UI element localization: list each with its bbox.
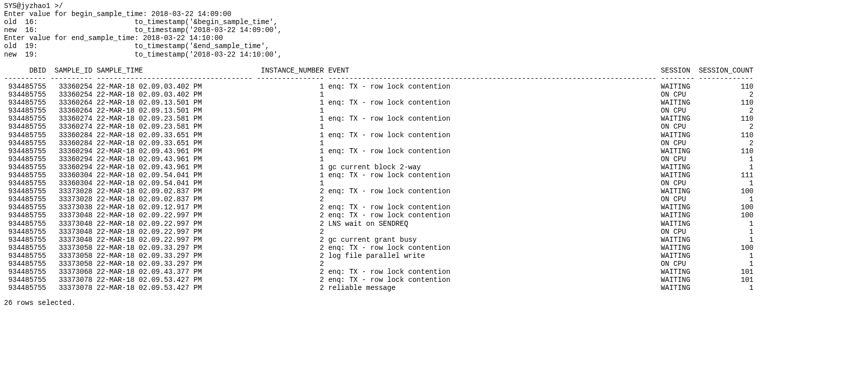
table-row: 934485755 33373078 22-MAR-18 02.09.53.42… [4, 276, 864, 284]
table-row: 934485755 33373058 22-MAR-18 02.09.33.29… [4, 260, 864, 268]
table-body: 934485755 33360254 22-MAR-18 02.09.03.40… [4, 83, 864, 292]
table-row: 934485755 33373048 22-MAR-18 02.09.22.99… [4, 220, 864, 228]
table-row: 934485755 33360264 22-MAR-18 02.09.13.50… [4, 107, 864, 115]
prompt-line [4, 59, 864, 67]
table-row: 934485755 33373058 22-MAR-18 02.09.33.29… [4, 244, 864, 252]
table-row: 934485755 33373028 22-MAR-18 02.09.02.83… [4, 187, 864, 195]
table-row: 934485755 33373078 22-MAR-18 02.09.53.42… [4, 284, 864, 292]
prompt-line: new 16: to_timestamp('2018-03-22 14:09:0… [4, 26, 864, 34]
table-row: 934485755 33360254 22-MAR-18 02.09.03.40… [4, 91, 864, 99]
table-row: 934485755 33373048 22-MAR-18 02.09.22.99… [4, 236, 864, 244]
table-header-separator: ---------- ---------- ------------------… [4, 75, 864, 83]
table-row: 934485755 33360294 22-MAR-18 02.09.43.96… [4, 163, 864, 171]
table-row: 934485755 33360254 22-MAR-18 02.09.03.40… [4, 83, 864, 91]
table-row: 934485755 33360264 22-MAR-18 02.09.13.50… [4, 99, 864, 107]
table-row: 934485755 33360284 22-MAR-18 02.09.33.65… [4, 131, 864, 139]
table-row: 934485755 33373048 22-MAR-18 02.09.22.99… [4, 211, 864, 219]
prompt-line: old 16: to_timestamp('&begin_sample_time… [4, 18, 864, 26]
table-row: 934485755 33373048 22-MAR-18 02.09.22.99… [4, 228, 864, 236]
sql-prompt-block: SYS@jyzhao1 >/Enter value for begin_samp… [4, 2, 864, 67]
prompt-line: new 19: to_timestamp('2018-03-22 14:10:0… [4, 51, 864, 59]
prompt-line: SYS@jyzhao1 >/ [4, 2, 864, 10]
table-row: 934485755 33360304 22-MAR-18 02.09.54.04… [4, 179, 864, 187]
table-row: 934485755 33373028 22-MAR-18 02.09.02.83… [4, 195, 864, 203]
table-row: 934485755 33373068 22-MAR-18 02.09.43.37… [4, 268, 864, 276]
prompt-line: Enter value for begin_sample_time: 2018-… [4, 10, 864, 18]
rows-selected-footer: 26 rows selected. [4, 299, 864, 307]
prompt-line: Enter value for end_sample_time: 2018-03… [4, 34, 864, 42]
table-row: 934485755 33373038 22-MAR-18 02.09.12.91… [4, 203, 864, 211]
table-row: 934485755 33373058 22-MAR-18 02.09.33.29… [4, 252, 864, 260]
table-header-row: DBID SAMPLE_ID SAMPLE_TIME INSTANCE_NUMB… [4, 67, 864, 75]
table-row: 934485755 33360294 22-MAR-18 02.09.43.96… [4, 147, 864, 155]
table-row: 934485755 33360294 22-MAR-18 02.09.43.96… [4, 155, 864, 163]
table-row: 934485755 33360304 22-MAR-18 02.09.54.04… [4, 171, 864, 179]
prompt-line: old 19: to_timestamp('&end_sample_time', [4, 42, 864, 50]
table-row: 934485755 33360274 22-MAR-18 02.09.23.58… [4, 115, 864, 123]
table-row: 934485755 33360284 22-MAR-18 02.09.33.65… [4, 139, 864, 147]
table-row: 934485755 33360274 22-MAR-18 02.09.23.58… [4, 123, 864, 131]
